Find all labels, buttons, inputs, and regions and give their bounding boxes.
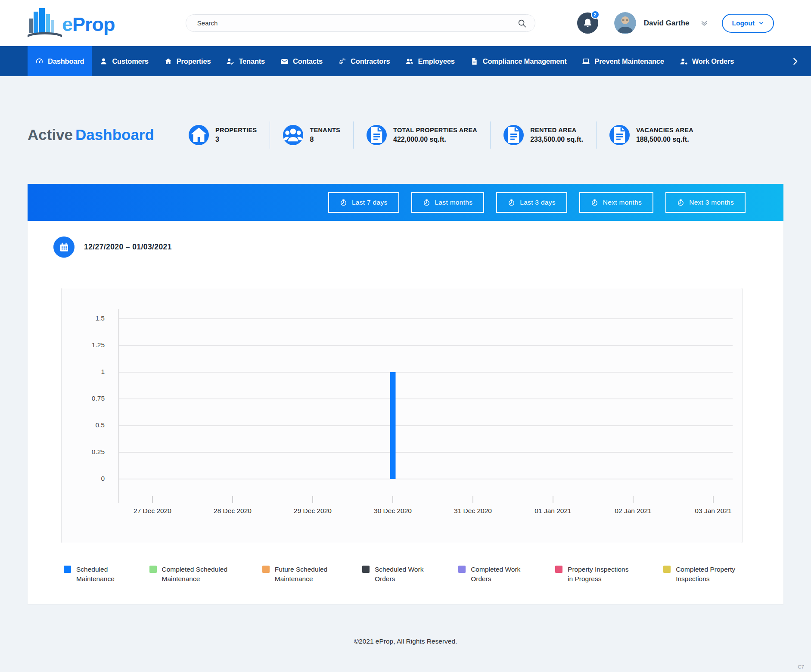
filter-band: Last 7 daysLast monthsLast 3 daysNext mo…	[28, 184, 783, 221]
chart-legend: Scheduled MaintenanceCompleted Scheduled…	[28, 565, 783, 584]
avatar[interactable]	[614, 12, 636, 34]
legend-item-completed-work-orders[interactable]: Completed Work Orders	[458, 565, 520, 584]
chart-card: 27 Dec 202028 Dec 202029 Dec 202030 Dec …	[61, 288, 743, 543]
logo-buildings-icon	[28, 7, 62, 39]
legend-label: Scheduled Maintenance	[76, 565, 115, 584]
x-axis-label: 03 Jan 2021	[677, 507, 750, 515]
nav-item-contractors[interactable]: Contractors	[330, 46, 398, 76]
page-title-prefix: Active	[28, 126, 73, 143]
nav-item-dashboard[interactable]: Dashboard	[28, 46, 92, 76]
bell-icon	[582, 18, 593, 28]
app-logo[interactable]: eProp	[28, 7, 157, 39]
logout-button[interactable]: Logout	[722, 14, 774, 33]
tenant-icon	[226, 57, 234, 65]
clock-icon	[591, 199, 598, 206]
stat-rented-area: RENTED AREA233,500.00 sq.ft.	[490, 121, 596, 149]
stat-value: 422,000.00 sq.ft.	[393, 136, 477, 143]
clock-icon	[340, 199, 347, 206]
nav-item-prevent-maintenance[interactable]: Prevent Maintenance	[574, 46, 671, 76]
stat-label: RENTED AREA	[530, 127, 583, 134]
header-right: 2 David Garthe Logout	[577, 12, 774, 34]
filter-button-last-months[interactable]: Last months	[411, 192, 485, 213]
x-axis-tick	[232, 496, 233, 503]
document-icon	[609, 125, 630, 145]
legend-item-scheduled-work-orders[interactable]: Scheduled Work Orders	[362, 565, 423, 584]
search-bar	[186, 14, 535, 32]
nav-item-tenants[interactable]: Tenants	[218, 46, 273, 76]
x-axis-tick	[392, 496, 393, 503]
gridline	[119, 318, 733, 319]
legend-item-completed-scheduled-maintenance[interactable]: Completed Scheduled Maintenance	[149, 565, 228, 584]
gridline	[119, 452, 733, 453]
corner-mark: C7	[798, 664, 804, 669]
notification-badge: 2	[591, 10, 600, 19]
nav-item-label: Work Orders	[692, 57, 734, 65]
chevron-down-icon	[758, 20, 764, 26]
nav-item-employees[interactable]: Employees	[398, 46, 462, 76]
calendar-icon[interactable]	[53, 236, 75, 258]
footer: ©2021 eProp, All Rights Reserved.	[0, 638, 811, 645]
stat-label: TENANTS	[310, 127, 340, 134]
legend-item-property-inspections-in-progress[interactable]: Property Inspections in Progress	[555, 565, 628, 584]
legend-swatch	[149, 566, 157, 573]
home-icon	[189, 125, 209, 145]
search-input[interactable]	[186, 14, 535, 32]
nav-item-properties[interactable]: Properties	[156, 46, 219, 76]
stat-properties: PROPERTIES3	[176, 121, 270, 149]
nav-item-customers[interactable]: Customers	[92, 46, 156, 76]
stat-label: PROPERTIES	[215, 127, 257, 134]
y-axis-label: 0.5	[62, 421, 105, 429]
document-icon	[503, 125, 524, 145]
gridline	[119, 372, 733, 373]
nav-item-compliance-management[interactable]: Compliance Management	[463, 46, 575, 76]
x-axis-label: 02 Jan 2021	[597, 507, 670, 515]
filter-button-last-3-days[interactable]: Last 3 days	[496, 192, 567, 213]
copyright-text: ©2021 eProp, All Rights Reserved.	[354, 638, 457, 645]
nav-item-label: Contractors	[351, 57, 390, 65]
legend-swatch	[64, 566, 71, 573]
nav-item-contacts[interactable]: Contacts	[273, 46, 330, 76]
filter-button-label: Next months	[603, 199, 642, 206]
notifications-button[interactable]: 2	[577, 12, 598, 34]
nav-item-label: Dashboard	[48, 57, 84, 65]
employees-icon	[405, 57, 413, 65]
stat-tenants: TENANTS8	[270, 121, 353, 149]
x-axis-label: 01 Jan 2021	[516, 507, 590, 515]
filter-button-next-3-months[interactable]: Next 3 months	[665, 192, 746, 213]
x-axis-label: 27 Dec 2020	[116, 507, 189, 515]
filter-button-next-months[interactable]: Next months	[579, 192, 653, 213]
x-axis-tick	[553, 496, 553, 503]
y-axis-label: 1	[62, 368, 105, 376]
laptop-icon	[582, 57, 590, 65]
filter-button-label: Next 3 months	[689, 199, 734, 206]
date-range-label: 12/27/2020 – 01/03/2021	[84, 243, 172, 252]
user-icon	[99, 57, 108, 65]
y-axis-label: 1.25	[62, 341, 105, 349]
nav-item-label: Compliance Management	[483, 57, 567, 65]
x-axis-label: 28 Dec 2020	[196, 507, 269, 515]
envelope-icon	[280, 57, 289, 65]
gridline	[119, 479, 733, 479]
logo-text: eProp	[62, 15, 115, 39]
legend-item-future-scheduled-maintenance[interactable]: Future Scheduled Maintenance	[262, 565, 327, 584]
stat-value: 233,500.00 sq.ft.	[530, 136, 583, 143]
x-axis-tick	[633, 496, 634, 503]
stat-vacancies-area: VACANCIES AREA188,500.00 sq.ft.	[596, 121, 706, 149]
filter-button-label: Last 3 days	[520, 199, 556, 206]
legend-item-completed-property-inspections[interactable]: Completed Property Inspections	[663, 565, 735, 584]
y-axis-label: 0.75	[62, 395, 105, 402]
people-icon	[283, 125, 303, 145]
nav-more-button[interactable]	[780, 46, 811, 76]
nav-item-work-orders[interactable]: Work Orders	[672, 46, 742, 76]
gridline	[119, 425, 733, 426]
legend-item-scheduled-maintenance[interactable]: Scheduled Maintenance	[64, 565, 115, 584]
legend-label: Property Inspections in Progress	[568, 565, 628, 584]
double-chevron-down-icon[interactable]	[700, 19, 708, 27]
x-axis-tick	[472, 496, 473, 503]
date-range: 12/27/2020 – 01/03/2021	[53, 236, 783, 258]
legend-swatch	[362, 566, 370, 573]
filter-button-label: Last 7 days	[352, 199, 388, 206]
user-name[interactable]: David Garthe	[644, 19, 690, 28]
filter-button-last-7-days[interactable]: Last 7 days	[328, 192, 399, 213]
search-icon[interactable]	[517, 19, 527, 28]
